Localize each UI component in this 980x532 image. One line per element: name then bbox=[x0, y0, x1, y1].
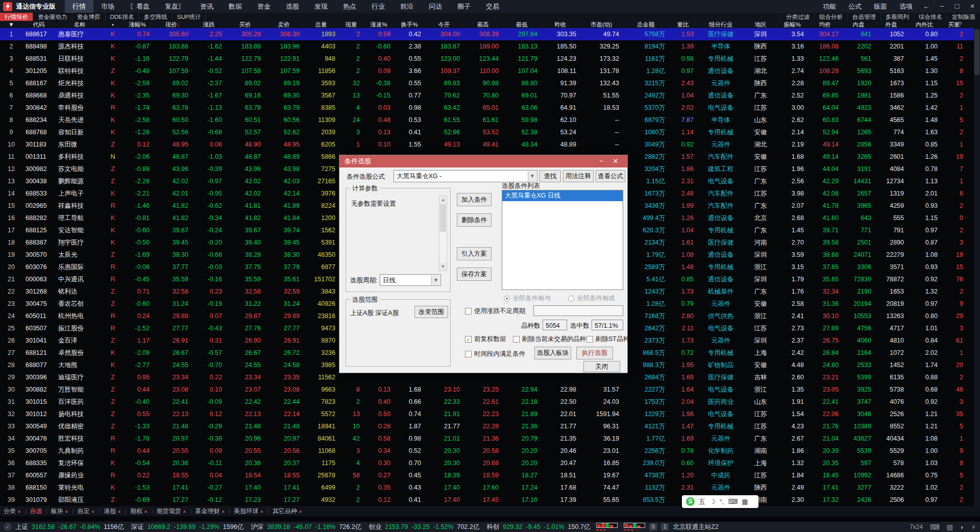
index-quote-5[interactable]: 科创929.32-9.45-1.01%150.7亿 bbox=[486, 523, 590, 531]
import-plan-button[interactable]: 引入方案 bbox=[457, 247, 492, 260]
column-header-ask[interactable]: 卖价 bbox=[264, 21, 303, 28]
scroll-up-icon[interactable]: ▲ bbox=[439, 196, 447, 204]
menu-item-4[interactable]: 复盘〗 bbox=[157, 0, 192, 13]
footer-tab-9[interactable]: 美股环球▲ bbox=[230, 507, 267, 516]
table-row-5[interactable]: 5688167炬光科技K-2.5989.02-2.3789.0289.19359… bbox=[0, 77, 980, 89]
menu-item-2[interactable]: 市场 bbox=[93, 0, 122, 13]
table-row-32[interactable]: 32301012扬电科技Z0.5522.130.1222.1322.145572… bbox=[0, 408, 980, 420]
moon-icon[interactable]: ☽ bbox=[709, 498, 716, 505]
checkbox-variable-period[interactable]: 使用涨跌不定周期 bbox=[465, 307, 525, 316]
menu-item-3[interactable]: 〖看盘 bbox=[122, 0, 157, 13]
table-row-37[interactable]: 37600557康缘药业R0.2218.550.0418.5418.552567… bbox=[0, 469, 980, 481]
menu-item-9[interactable]: 发现 bbox=[307, 0, 335, 13]
table-row-8[interactable]: 8688234天岳先进K-2.5860.50-1.6060.5160.56113… bbox=[0, 114, 980, 126]
column-header-inout[interactable]: 内外比 bbox=[908, 21, 941, 28]
footer-tab-8[interactable]: 基金理财▲ bbox=[192, 507, 229, 516]
toolbar-right-item-1[interactable]: 分类过滤 bbox=[781, 13, 814, 21]
remove-condition-button[interactable]: 删除条件 bbox=[457, 213, 492, 227]
restore-icon[interactable]: □ bbox=[949, 0, 965, 13]
toolbar-right-item-4[interactable]: 多股同列 bbox=[880, 13, 914, 21]
close-button[interactable]: 关闭 bbox=[583, 361, 620, 372]
column-header-amplitude[interactable]: 振幅% bbox=[777, 21, 807, 28]
market-mini-chart[interactable]: ↑↓ bbox=[596, 523, 618, 531]
usage-note-button[interactable]: 用法注释 bbox=[563, 170, 594, 182]
close-icon[interactable]: × bbox=[965, 0, 980, 13]
table-row-1[interactable]: 1688617惠泰医疗K0.74305.602.25305.28306.3018… bbox=[0, 28, 980, 40]
minimize-icon[interactable]: − bbox=[934, 0, 949, 13]
column-header-vol[interactable]: 总量 bbox=[303, 21, 339, 28]
toolbar-item-3[interactable]: 资金博弈 bbox=[72, 13, 106, 21]
chevron-down-icon[interactable]: ▼ bbox=[431, 275, 440, 285]
menu-item-14[interactable]: 圈子 bbox=[450, 0, 478, 13]
toolbar-item-1[interactable]: 行情报价 bbox=[0, 13, 33, 21]
footer-tab-10[interactable]: 其它品种▲ bbox=[269, 507, 306, 516]
toolbar-item-4[interactable]: DDE排名 bbox=[106, 13, 139, 21]
column-header-open[interactable]: 今开 bbox=[425, 21, 463, 28]
satellite-icon[interactable]: ◗ bbox=[960, 523, 964, 531]
variable-period-input[interactable] bbox=[533, 305, 623, 316]
scroll-down-icon[interactable]: ▼ bbox=[439, 263, 447, 271]
column-header-low[interactable]: 最低 bbox=[502, 21, 541, 28]
save-plan-button[interactable]: 保存方案 bbox=[457, 268, 492, 281]
grid-icon[interactable]: ▦ bbox=[742, 498, 748, 505]
column-header-name[interactable]: 名称 bbox=[55, 21, 104, 28]
power-icon[interactable]: ⚡ bbox=[971, 523, 976, 531]
column-header-chg[interactable]: 涨跌 bbox=[192, 21, 226, 28]
table-row-33[interactable]: 33300549优德精密Z-1.3321.48-0.2921.4621.4818… bbox=[0, 420, 980, 432]
table-scrollbar[interactable] bbox=[974, 28, 980, 506]
table-row-31[interactable]: 31301015百洋医药Z-0.4022.41-0.0922.4222.4478… bbox=[0, 396, 980, 408]
checkbox-time-range[interactable]: 时间段内满足条件 bbox=[465, 350, 525, 358]
column-header-code[interactable]: 代码 bbox=[22, 21, 55, 28]
formula-combo[interactable]: 大黑马重仓XG - ▼ bbox=[394, 170, 537, 182]
station-badge[interactable]: 1 bbox=[661, 523, 669, 530]
view-formula-button[interactable]: 查看公式 bbox=[596, 170, 625, 182]
right-menu-item-3[interactable]: 版面 bbox=[868, 0, 893, 13]
radio-all-and[interactable]: 全部条件相与 bbox=[504, 294, 551, 303]
radio-all-or[interactable]: 全部条件相或 bbox=[568, 294, 615, 303]
execute-selection-button[interactable]: 执行选股 bbox=[576, 347, 613, 359]
monitor-icon[interactable]: ▤ bbox=[947, 523, 953, 531]
checkbox-exclude-untraded[interactable]: 剔除当前未交易的品种 bbox=[513, 335, 586, 344]
table-row-2[interactable]: 2688498源杰科技K-0.87183.88-1.62183.88183.96… bbox=[0, 40, 980, 53]
dialog-title-bar[interactable]: 条件选股 bbox=[339, 155, 627, 167]
toolbar-right-item-2[interactable]: 组合分析 bbox=[814, 13, 847, 21]
column-header-amount[interactable]: 总金额 bbox=[623, 21, 669, 28]
column-header-pct[interactable]: 涨幅% bbox=[121, 21, 153, 28]
menu-item-8[interactable]: 选股 bbox=[278, 0, 307, 13]
scrollbar-thumb[interactable] bbox=[974, 29, 979, 75]
toolbar-item-5[interactable]: 多空阵线 bbox=[139, 13, 173, 21]
menu-item-15[interactable]: 交易 bbox=[478, 0, 507, 13]
table-row-4[interactable]: 4301205联特科技Z-0.48107.59-0.52107.58107.59… bbox=[0, 65, 980, 77]
column-header-region[interactable]: 地区 bbox=[744, 21, 777, 28]
index-quote-1[interactable]: 上证3162.58-26.67-0.84%1156亿 bbox=[15, 523, 124, 531]
period-select[interactable]: 日线 ▼ bbox=[380, 274, 441, 286]
params-scrollbar[interactable]: ▲ ▼ bbox=[439, 196, 447, 271]
menu-item-1[interactable]: 行情 bbox=[65, 0, 93, 13]
menu-item-11[interactable]: 行业 bbox=[364, 0, 393, 13]
keyboard-icon[interactable]: ⌨ bbox=[930, 523, 940, 531]
find-button[interactable]: 查找 bbox=[540, 170, 561, 182]
toolbar-item-6[interactable]: SUP统计 bbox=[173, 13, 206, 21]
message-badge[interactable]: 0 bbox=[649, 523, 657, 530]
column-header-speed[interactable]: 涨速% bbox=[363, 21, 394, 28]
footer-tab-7[interactable]: 期货现货▲ bbox=[153, 507, 190, 516]
column-header-outer[interactable]: 外盘 bbox=[875, 21, 908, 28]
change-range-button[interactable]: 改变范围 bbox=[414, 306, 448, 318]
table-row-38[interactable]: 38688150莱特光电K-1.5317.41-0.2717.4017.4164… bbox=[0, 481, 980, 494]
dialog-close-icon[interactable]: ✕ bbox=[610, 155, 621, 167]
table-row-3[interactable]: 3688531日联科技K-1.16122.79-1.44122.79122.91… bbox=[0, 53, 980, 65]
column-header-buyvol[interactable]: 买量 bbox=[941, 21, 967, 28]
menu-item-10[interactable]: 热点 bbox=[335, 0, 364, 13]
condition-list[interactable]: 大黑马重仓XG 日线 bbox=[502, 190, 623, 290]
right-menu-item-4[interactable]: 选项 bbox=[893, 0, 919, 13]
keyboard-icon[interactable]: ⌨ bbox=[728, 498, 738, 505]
footer-tab-1[interactable]: 分类▲ bbox=[0, 507, 25, 516]
toolbar-item-2[interactable]: 资金驱动力 bbox=[33, 13, 72, 21]
footer-tab-3[interactable]: 板块▲ bbox=[47, 507, 72, 516]
column-header-high[interactable]: 最高 bbox=[463, 21, 502, 28]
column-header-prevclose[interactable]: 昨收 bbox=[541, 21, 580, 28]
footer-tab-6[interactable]: 期权▲ bbox=[127, 507, 152, 516]
chevron-down-icon[interactable]: ▼ bbox=[528, 171, 536, 181]
table-row-6[interactable]: 6688668鼎通科技K-2.3569.30-1.6769.1669.30356… bbox=[0, 89, 980, 102]
column-header-avg[interactable]: 均价 bbox=[807, 21, 842, 28]
